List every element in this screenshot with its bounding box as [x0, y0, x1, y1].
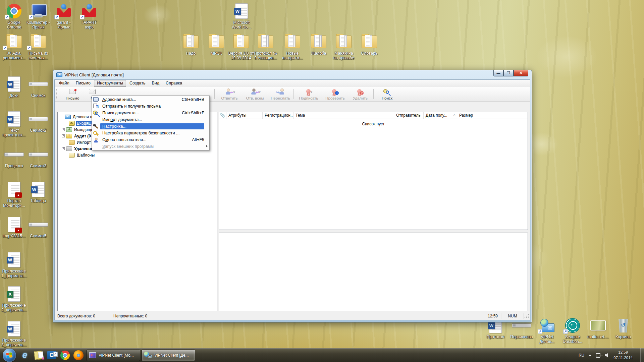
folder-icon: [209, 36, 224, 48]
restore-button[interactable]: ❐: [503, 70, 514, 76]
desktop-icon-folder[interactable]: ↗ 00 Адм. регламент...: [1, 34, 28, 61]
taskbar-task-vipnet-mail[interactable]: ViPNet Client [Де...: [142, 350, 195, 361]
desktop-icon-word-doc[interactable]: W Таблица: [25, 181, 52, 203]
forward-button[interactable]: ↪ Переслать: [268, 88, 293, 101]
column-header-subject[interactable]: Тема: [293, 112, 394, 119]
minimize-button[interactable]: ▬: [493, 70, 503, 76]
menu-item-address-book[interactable]: Адресная книга... Ctrl+Shift+B: [92, 96, 209, 103]
menu-help[interactable]: Справка: [163, 80, 185, 87]
documents-book-icon[interactable]: [32, 349, 45, 362]
menu-item-settings[interactable]: Настройка...: [92, 123, 209, 130]
resize-grip[interactable]: [524, 313, 529, 319]
taskbar-task-vipnet-monitor[interactable]: ViPNet Client [Мо...: [87, 350, 140, 361]
desktop-icon-label: Таблица: [25, 199, 52, 203]
desktop-icon-label: Приложение 2_перечень...: [1, 303, 28, 313]
desktop-icon-word-doc[interactable]: W Приложение 3_перечень...: [1, 320, 28, 348]
menu-item-send-receive[interactable]: Отправить и получить письма: [92, 103, 209, 110]
delete-signature-button[interactable]: ✕ Удалить: [348, 88, 372, 101]
desktop-icon-label: garant - Ярлык: [50, 20, 77, 30]
desktop-icon-excel-doc[interactable]: X Приложение 2_перечень...: [1, 286, 28, 313]
desktop-icon-label: Снимок: [25, 94, 52, 98]
desktop-icon-garant-aero[interactable]: ↗ ГАРАНТ аэро: [76, 3, 103, 30]
desktop-icon-label: Приложение 1_форма за...: [1, 269, 28, 279]
desktop-icon-snapshot[interactable]: Снимок3: [25, 146, 52, 169]
folder-icon: [362, 36, 377, 48]
menu-create[interactable]: Создать: [126, 80, 149, 87]
desktop-icon-image[interactable]: motto.net....: [585, 317, 611, 340]
chrome-taskbar-icon[interactable]: [58, 349, 72, 362]
system-tray: RU 12:59 07.11.2014: [579, 348, 644, 362]
tree-item-templates[interactable]: Шаблоны: [58, 152, 217, 158]
desktop-icon-folder[interactable]: Новые алгоритм...: [277, 34, 308, 61]
desktop-icon-snapshot[interactable]: Снимок5: [25, 216, 52, 239]
show-hidden-icons-button[interactable]: [588, 354, 592, 356]
toolbar-grip[interactable]: [56, 89, 57, 99]
folder-icon: [6, 36, 22, 48]
desktop-icon-word-doc[interactable]: W Приложение 1_форма за...: [1, 251, 28, 279]
expand-plus-icon[interactable]: [62, 147, 65, 150]
verify-button[interactable]: i Проверить: [322, 88, 348, 101]
start-button[interactable]: [3, 349, 16, 362]
taskbar-clock[interactable]: 12:59 07.11.2014: [613, 350, 633, 360]
status-total-documents: Всего документов: 0: [55, 314, 113, 318]
desktop-icon-google-chrome[interactable]: ↗ Google Chrome: [1, 3, 28, 30]
desktop-icon-snapshot[interactable]: Проценко: [1, 146, 28, 169]
menu-letter[interactable]: Письмо: [73, 80, 94, 87]
menu-item-run-external-programs[interactable]: Запуск внешних программ: [92, 143, 209, 150]
column-header-registration[interactable]: Регистрацион...: [263, 112, 293, 119]
clock-time: 12:59: [618, 350, 628, 354]
new-letter-button[interactable]: Письмо: [60, 88, 85, 101]
expand-plus-icon[interactable]: [62, 134, 65, 137]
desktop-icon-garant[interactable]: ↗ garant - Ярлык: [50, 3, 77, 30]
reply-all-button[interactable]: ↩▼ Отв. всем: [243, 88, 267, 101]
close-button[interactable]: ✕: [514, 70, 528, 76]
firefox-icon[interactable]: [72, 349, 85, 362]
pdf-document-icon: ▲: [8, 182, 20, 197]
desktop-icon-word-doc[interactable]: W Текст проекта ак...: [1, 111, 28, 138]
desktop-icon-computer[interactable]: ↗ Компьютер - Ярлык: [25, 3, 52, 30]
sign-button[interactable]: ▼ Подписать: [296, 88, 322, 101]
outlook-icon[interactable]: O: [45, 349, 58, 362]
shortcut-arrow-icon: ↗: [563, 329, 568, 334]
search-button[interactable]: Поиск: [375, 88, 399, 101]
desktop-icon-word-doc[interactable]: W Microsoft Word Do...: [228, 3, 255, 30]
volume-icon[interactable]: [605, 353, 609, 358]
reply-button[interactable]: ↩▼ Ответить: [217, 88, 242, 101]
show-desktop-button[interactable]: [640, 348, 644, 362]
language-indicator[interactable]: RU: [579, 353, 584, 358]
shortcut-arrow-icon: ↗: [5, 15, 9, 19]
deleted-icon: [66, 146, 72, 151]
desktop-icon-snapshot[interactable]: Снимок: [25, 76, 52, 98]
clock-date: 07.11.2014: [613, 356, 633, 360]
menu-item-change-user[interactable]: Смена пользователя... Alt+F5: [92, 136, 209, 143]
desktop-icon-seagate[interactable]: ↗ Seagate Dashboa...: [559, 317, 586, 344]
desktop-icon-folder[interactable]: ↗ Письма из системы...: [25, 34, 52, 61]
desktop-icon-vipnet[interactable]: ↗ ViPNet Делов...: [534, 317, 560, 344]
expand-plus-icon[interactable]: [62, 128, 65, 131]
column-header-sender[interactable]: Отправитель: [394, 112, 424, 119]
menu-item-security-settings[interactable]: Настройка параметров безопасности ...: [92, 130, 209, 136]
folder-icon: [183, 36, 199, 48]
column-header-date-received[interactable]: Дата полу... △: [424, 112, 457, 119]
desktop-icon-pdf[interactable]: ▲ Портал Монитори...: [1, 181, 28, 208]
desktop-icon-snapshot[interactable]: Снимок2: [25, 111, 52, 133]
desktop-icon-folder[interactable]: Протокол № 9 Ассоциа...: [250, 34, 281, 61]
internet-explorer-icon[interactable]: e: [18, 349, 32, 362]
menu-view[interactable]: Вид: [149, 80, 162, 87]
attachment-column-header[interactable]: 📎: [219, 112, 226, 119]
menu-tools[interactable]: Инструменты: [94, 80, 126, 87]
desktop-icon-pdf[interactable]: ▲ img-X2815...: [1, 216, 28, 239]
menu-item-import-document[interactable]: Импорт документа...: [92, 116, 209, 123]
desktop-icon-folder[interactable]: Словарь: [354, 34, 384, 56]
network-icon[interactable]: [596, 353, 601, 357]
desktop-icon-label: Новые алгоритм...: [277, 51, 308, 61]
window-titlebar[interactable]: ✉ ViPNet Client [Деловая почта] ▬ ❐ ✕: [54, 70, 530, 79]
menu-file[interactable]: Файл: [56, 80, 72, 87]
desktop-icon-recycle-bin[interactable]: Корзина: [610, 317, 637, 340]
snapshot-icon: [4, 153, 24, 157]
column-header-size[interactable]: Размер: [457, 112, 488, 119]
menu-item-search-document[interactable]: Поиск документа... Ctrl+Shift+F: [92, 110, 209, 116]
desktop-icon-word-doc[interactable]: W Доки: [1, 76, 28, 98]
word-document-icon: W: [32, 182, 45, 197]
column-header-attributes[interactable]: Атрибуты: [226, 112, 263, 119]
